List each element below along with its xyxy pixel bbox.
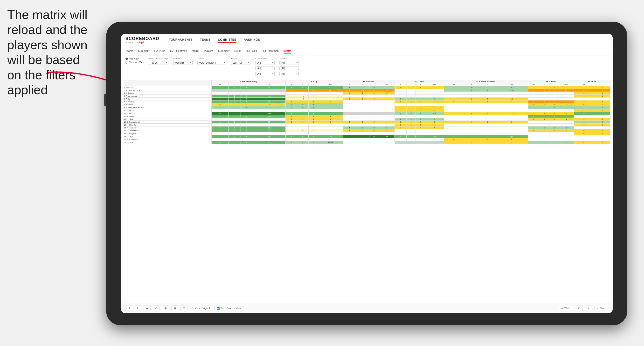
- max-players-select[interactable]: Top 25 Top 10 Top 50: [149, 61, 168, 65]
- matrix-cell: 1: [528, 127, 540, 129]
- gender-select[interactable]: Women's Men's: [173, 61, 192, 65]
- watch-button[interactable]: 👁 Watch: [559, 306, 573, 311]
- compact-view-option[interactable]: Compact View: [126, 61, 144, 64]
- division-filter: Division NCAA Division II NCAA Division …: [197, 57, 226, 65]
- sub-nav-matrix[interactable]: Matrix: [192, 48, 199, 53]
- matrix-cell: [559, 95, 574, 98]
- matrix-cell: [464, 95, 480, 98]
- sub-nav-players[interactable]: Players: [204, 48, 213, 53]
- matrix-cell: [211, 138, 228, 141]
- sub-nav-h2h-heatmap2[interactable]: H2H Heatmap: [262, 48, 279, 53]
- zoom-fit-button[interactable]: ⊞: [162, 306, 169, 311]
- save-custom-button[interactable]: 💾 Save Custom View: [214, 306, 243, 311]
- players-select3[interactable]: (All): [280, 72, 299, 76]
- matrix-cell: 0: [240, 100, 253, 103]
- matrix-cell: 1: [286, 115, 297, 118]
- matrix-cell: [550, 109, 559, 112]
- sub-dif4: Dif: [425, 83, 444, 86]
- player-name-cell: 9. A Maria Jimenez Rios: [123, 106, 212, 109]
- matrix-cell: 1: [228, 95, 241, 98]
- players-filter: Players (All) (All) (All): [280, 57, 299, 76]
- matrix-cell: 0: [480, 112, 496, 115]
- full-view-option[interactable]: Full View: [126, 57, 144, 60]
- sub-w7: W: [574, 83, 594, 86]
- matrix-cell: -18: [253, 115, 286, 118]
- max-players-select-wrapper[interactable]: Top 25 Top 10 Top 50: [149, 60, 168, 65]
- matrix-cell: [286, 138, 297, 141]
- sub-nav-summary2[interactable]: Summary: [218, 48, 230, 53]
- players-select2[interactable]: (All): [280, 66, 299, 70]
- sub-l2: L: [297, 83, 308, 86]
- redo-button[interactable]: ↻: [135, 306, 142, 311]
- sub-nav-summary[interactable]: Summary: [138, 48, 149, 53]
- nav-rankings[interactable]: RANKINGS: [244, 37, 260, 43]
- nav-committee[interactable]: COMMITTEE: [218, 37, 236, 43]
- conference-select3[interactable]: (All): [255, 72, 274, 76]
- matrix-cell: 0: [228, 103, 241, 106]
- matrix-cell: 1: [594, 95, 610, 98]
- conference-select-wrapper[interactable]: (All): [255, 60, 274, 65]
- conference-select-wrapper2[interactable]: (All): [255, 66, 274, 70]
- clock-button[interactable]: ⏱: [180, 306, 188, 311]
- undo-button[interactable]: ↺: [126, 306, 132, 311]
- share-button[interactable]: ↗ Share: [594, 306, 608, 311]
- sub-nav-teams[interactable]: Teams: [126, 48, 133, 53]
- reset-button[interactable]: ⊟: [171, 306, 178, 311]
- table-row: 11. G Woods10010|14410111010|14140172402…: [123, 112, 610, 115]
- players-select-wrapper[interactable]: (All): [280, 60, 299, 65]
- matrix-cell: [379, 98, 394, 100]
- region-select[interactable]: East - DII West - DII: [231, 61, 250, 65]
- conference-select-wrapper3[interactable]: (All): [255, 71, 274, 76]
- matrix-cell: 0: [528, 100, 540, 103]
- division-select-wrapper[interactable]: NCAA Division II NCAA Division I: [197, 60, 226, 65]
- table-row: 19. J Karrh31018400-201300-33210-124220|…: [123, 135, 610, 138]
- nav-teams[interactable]: TEAMS: [200, 37, 211, 43]
- logo-subtitle: Powered by clippd: [126, 41, 159, 44]
- matrix-cell: [308, 124, 318, 127]
- sub-nav-detail[interactable]: Detail: [234, 48, 241, 53]
- matrix-cell: [379, 132, 394, 135]
- matrix-cell: 0: [297, 135, 308, 138]
- matrix-cell: [496, 127, 528, 129]
- players-select-wrapper2[interactable]: (All): [280, 66, 299, 70]
- matrix-cell: 0: [528, 89, 540, 92]
- conference-select2[interactable]: (All): [255, 66, 274, 70]
- region-select-wrapper[interactable]: East - DII West - DII: [231, 60, 250, 65]
- full-view-radio[interactable]: [126, 58, 128, 60]
- expand-button[interactable]: ⤡: [585, 306, 592, 311]
- settings-button[interactable]: ⚙: [576, 306, 583, 311]
- players-select[interactable]: (All): [280, 61, 299, 65]
- matrix-cell: 3: [379, 127, 394, 129]
- matrix-cell: 2: [356, 92, 370, 95]
- sub-nav-h2h-grid[interactable]: H2H Grid: [154, 48, 165, 53]
- matrix-cell: [395, 129, 406, 132]
- matrix-cell: [286, 127, 297, 129]
- matrix-cell: 0: [464, 86, 480, 89]
- table-row: 5. A Nomrowski310-11-111: [123, 95, 610, 98]
- sub-nav-matrix2[interactable]: Matrix: [284, 48, 291, 53]
- matrix-cell: 4: [211, 141, 228, 144]
- matrix-cell: 17: [496, 112, 528, 115]
- refresh-button[interactable]: ⟳: [153, 306, 160, 311]
- division-select[interactable]: NCAA Division II NCAA Division I: [197, 61, 226, 65]
- matrix-cell: [318, 103, 343, 106]
- matrix-cell: 0: [370, 129, 379, 132]
- gender-select-wrapper[interactable]: Women's Men's: [173, 60, 192, 65]
- matrix-cell: 0: [550, 100, 559, 103]
- conference-select[interactable]: (All): [255, 61, 274, 65]
- compact-view-radio[interactable]: [126, 61, 128, 64]
- sub-nav-h2h-grid2[interactable]: H2H Grid: [246, 48, 257, 53]
- sub-nav-h2h-heatmap[interactable]: H2H Heatmap: [170, 48, 187, 53]
- matrix-cell: [464, 103, 480, 106]
- players-select-wrapper3[interactable]: (All): [280, 71, 299, 76]
- matrix-cell: [528, 138, 540, 141]
- nav-tournaments[interactable]: TOURNAMENTS: [169, 37, 193, 43]
- matrix-cell: 1: [464, 121, 480, 124]
- matrix-cell: [496, 118, 528, 121]
- matrix-cell: [356, 138, 370, 141]
- view-original-button[interactable]: View: Original: [193, 306, 212, 311]
- matrix-cell: 1: [464, 138, 480, 141]
- matrix-cell: [395, 115, 406, 118]
- back-button[interactable]: ⬅: [144, 306, 150, 311]
- matrix-cell: 0: [550, 129, 559, 132]
